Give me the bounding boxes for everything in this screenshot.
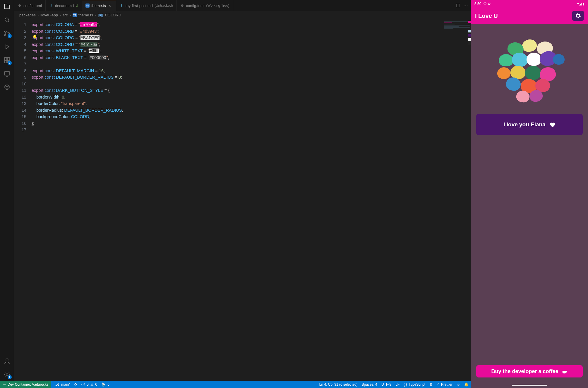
search-icon[interactable] xyxy=(3,16,11,24)
lang-status[interactable]: { }TypeScript xyxy=(404,382,425,387)
bc-seg[interactable]: theme.ts xyxy=(78,13,93,17)
coffee-button[interactable]: Buy the developer a coffee xyxy=(476,365,583,377)
sync-status[interactable]: ⟳ xyxy=(74,382,77,387)
feedback-icon[interactable]: ☺ xyxy=(457,382,460,387)
lightbulb-icon[interactable]: 💡 xyxy=(32,34,37,41)
branch-icon: ⎇ xyxy=(55,382,59,387)
heart-image xyxy=(496,38,563,102)
vscode-window: 3 2 1 ⚙config.toml ⬇decade.md U TStheme.… xyxy=(0,0,471,388)
gear-icon: ⚙ xyxy=(180,4,184,8)
activity-bar: 3 2 1 xyxy=(0,0,14,381)
ts-icon: TS xyxy=(73,13,77,17)
status-bar: ⇋Dev Container: Vadarocks ⎇main* ⟳ ⓧ0⚠0 … xyxy=(0,381,471,388)
settings-icon[interactable]: 1 xyxy=(3,370,11,379)
app-title: I Love U xyxy=(475,13,498,19)
settings-button[interactable] xyxy=(572,11,584,21)
bell-icon[interactable]: 🔔 xyxy=(464,382,469,387)
tab-config-worktree[interactable]: ⚙config.toml (Working Tree) xyxy=(177,0,233,11)
tab-label: config.toml xyxy=(186,4,205,8)
tab-label: my-first-post.md xyxy=(126,4,153,8)
bc-seg[interactable]: iloveu-app xyxy=(40,13,58,17)
clock: 5:50 xyxy=(474,2,481,6)
test-icon[interactable] xyxy=(3,83,11,91)
tab-status: (Working Tree) xyxy=(206,4,229,8)
ts-icon: TS xyxy=(85,4,90,8)
copilot-icon[interactable]: ⊞ xyxy=(429,382,432,387)
love-button[interactable]: I love you Elana xyxy=(476,114,583,135)
svg-point-13 xyxy=(6,374,8,375)
bc-seg[interactable]: src xyxy=(63,13,68,17)
line-gutter: 1234567891011121314151617 xyxy=(14,19,32,136)
cursor-pos[interactable]: Ln 4, Col 31 (6 selected) xyxy=(319,382,358,387)
device-preview: 5:50 ⏀ ⚙ ▾◢ ▮ I Love U I love you Elana … xyxy=(471,0,588,388)
gear-icon: ⚙ xyxy=(18,4,22,8)
heart-icon xyxy=(549,121,556,128)
indent-status[interactable]: Spaces: 4 xyxy=(362,382,377,387)
problems-status[interactable]: ⓧ0⚠0 xyxy=(81,382,97,387)
app-body: I love you Elana Buy the developer a cof… xyxy=(471,24,588,383)
svg-rect-7 xyxy=(7,58,10,60)
prettier-status[interactable]: ✓Prettier xyxy=(436,382,452,387)
tab-label: decade.md xyxy=(55,4,74,8)
svg-rect-4 xyxy=(4,58,7,60)
tab-status: U xyxy=(76,4,78,8)
svg-point-9 xyxy=(5,85,9,89)
extensions-icon[interactable]: 2 xyxy=(3,56,11,64)
tabs-row: ⚙config.toml ⬇decade.md U TStheme.ts✕ ⬇m… xyxy=(14,0,471,11)
close-icon[interactable]: ✕ xyxy=(108,4,112,8)
antenna-icon: 📡 xyxy=(101,382,106,387)
symbol-icon: [◉] xyxy=(98,13,103,17)
ports-status[interactable]: 📡6 xyxy=(101,382,109,387)
tab-label: theme.ts xyxy=(91,4,106,8)
md-icon: ⬇ xyxy=(120,4,124,8)
button-label: I love you Elana xyxy=(503,121,546,128)
overview-ruler[interactable] xyxy=(467,19,471,381)
split-icon[interactable] xyxy=(456,3,460,8)
svg-point-0 xyxy=(5,18,8,21)
device-statusbar: 5:50 ⏀ ⚙ ▾◢ ▮ xyxy=(471,0,588,8)
status-icons: ▾◢ ▮ xyxy=(577,2,584,6)
debug-icon[interactable] xyxy=(3,43,11,51)
eol-status[interactable]: LF xyxy=(395,382,400,387)
code-content[interactable]: export const COLORA = "#e70a9a"; export … xyxy=(32,19,123,136)
tab-label: config.toml xyxy=(23,4,42,8)
code-editor[interactable]: 💡 1234567891011121314151617 export const… xyxy=(14,19,471,381)
tab-myfirstpost[interactable]: ⬇my-first-post.md (Untracked) xyxy=(116,0,177,11)
button-label: Buy the developer a coffee xyxy=(491,368,558,375)
main-row: 3 2 1 ⚙config.toml ⬇decade.md U TStheme.… xyxy=(0,0,471,381)
svg-point-2 xyxy=(4,35,6,36)
home-indicator xyxy=(471,383,588,388)
svg-point-11 xyxy=(8,86,8,87)
svg-point-1 xyxy=(4,31,6,32)
minimap[interactable] xyxy=(444,21,470,41)
explorer-icon[interactable] xyxy=(3,2,11,11)
app-bar: I Love U xyxy=(471,8,588,24)
tab-theme-ts[interactable]: TStheme.ts✕ xyxy=(82,0,116,11)
svg-rect-5 xyxy=(4,61,7,63)
remote-icon[interactable] xyxy=(3,70,11,78)
svg-rect-8 xyxy=(4,72,10,75)
ext-badge: 2 xyxy=(8,61,12,65)
more-icon[interactable]: ⋯ xyxy=(463,3,468,8)
tab-actions: ⋯ xyxy=(453,0,471,11)
remote-status[interactable]: ⇋Dev Container: Vadarocks xyxy=(0,381,51,388)
branch-status[interactable]: ⎇main* xyxy=(55,382,70,387)
breadcrumb[interactable]: packages› iloveu-app› src› TStheme.ts› [… xyxy=(14,11,471,19)
account-icon[interactable] xyxy=(3,357,11,365)
encoding-status[interactable]: UTF-8 xyxy=(381,382,391,387)
scm-badge: 3 xyxy=(8,34,12,38)
md-icon: ⬇ xyxy=(49,4,53,8)
svg-point-12 xyxy=(6,359,8,361)
tab-config-toml[interactable]: ⚙config.toml xyxy=(14,0,46,11)
svg-point-10 xyxy=(6,86,6,87)
sync-icon: ⟳ xyxy=(74,382,77,387)
bc-seg[interactable]: packages xyxy=(19,13,36,17)
scm-icon[interactable]: 3 xyxy=(3,29,11,37)
remote-icon: ⇋ xyxy=(3,382,6,387)
bc-seg[interactable]: COLORD xyxy=(105,13,121,17)
tab-status: (Untracked) xyxy=(155,4,173,8)
settings-badge: 1 xyxy=(8,375,12,379)
coffee-icon xyxy=(561,368,568,375)
editor-column: ⚙config.toml ⬇decade.md U TStheme.ts✕ ⬇m… xyxy=(14,0,471,381)
tab-decade-md[interactable]: ⬇decade.md U xyxy=(46,0,82,11)
